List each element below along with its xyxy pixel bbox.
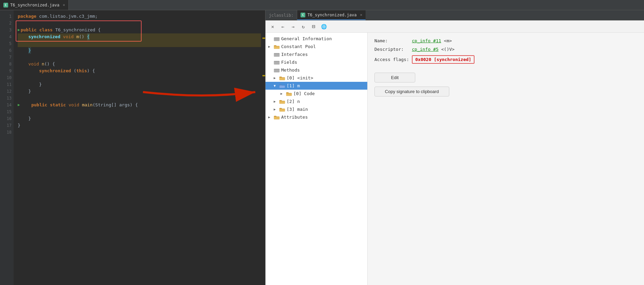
- jclasslib-tab-icon: C: [301, 13, 305, 17]
- folder-icon-code: [286, 91, 292, 96]
- right-panel: jclasslib: C T6_synchronized.java ✕ ✕ ← …: [265, 10, 644, 285]
- code-line-13: [18, 95, 261, 102]
- tree-label-main: [3] main: [287, 107, 308, 112]
- detail-descriptor-row: Descriptor: cp_info #5 <()V>: [374, 47, 637, 52]
- code-line-17: }: [18, 122, 261, 129]
- access-flags-value: 0x0020 [synchronized]: [415, 57, 471, 62]
- tree-label-m: [1] m: [287, 83, 300, 88]
- svg-rect-6: [274, 62, 279, 64]
- tree-item-init[interactable]: ▶ [0] <init>: [265, 74, 367, 82]
- jclasslib-tab-label: T6_synchronized.java: [307, 13, 357, 17]
- tree-label-methods: Methods: [281, 68, 300, 73]
- editor-tab-close[interactable]: ✕: [63, 3, 65, 7]
- access-flags-box: 0x0020 [synchronized]: [412, 55, 474, 64]
- folder-icon-constant-pool: [274, 44, 280, 49]
- code-line-16: }: [18, 115, 261, 122]
- folder-icon-n: [279, 99, 285, 104]
- code-line-3: ▶ public class T6_synchronized {: [18, 27, 261, 33]
- forward-button[interactable]: →: [289, 23, 297, 30]
- back-button[interactable]: ←: [279, 23, 287, 30]
- code-line-1: package com.listao.jvm.c3_jmm;: [18, 13, 261, 20]
- reload-button[interactable]: ↻: [300, 23, 307, 30]
- editor-pane: 12345 678910 1112131415 161718 package c…: [0, 10, 265, 285]
- tree-label-constant-pool: Constant Pool: [281, 44, 316, 49]
- tree-label-init: [0] <init>: [287, 75, 313, 80]
- svg-rect-8: [274, 70, 279, 72]
- detail-descriptor-link[interactable]: cp_info #5: [412, 47, 438, 52]
- tree-arrow-m: ▼: [274, 84, 279, 88]
- line-numbers: 12345 678910 1112131415 161718: [0, 10, 14, 285]
- file-icon-methods: [274, 68, 280, 73]
- jclasslib-pane: jclasslib: C T6_synchronized.java ✕ ✕ ← …: [265, 10, 644, 285]
- code-line-11: }: [18, 81, 261, 88]
- detail-name-row: Name: cp_info #11 <m>: [374, 38, 637, 43]
- svg-rect-4: [274, 54, 279, 57]
- jclasslib-label: jclasslib:: [265, 10, 297, 20]
- tree-label-n: [2] n: [287, 99, 300, 104]
- tree-label-fields: Fields: [281, 60, 297, 65]
- code-line-9: synchronized (this) {: [18, 68, 261, 74]
- code-content[interactable]: package com.listao.jvm.c3_jmm; ▶ public …: [14, 10, 265, 285]
- tree-arrow-attributes: ▶: [268, 115, 274, 119]
- globe-button[interactable]: 🌐: [320, 23, 327, 30]
- code-line-7: [18, 54, 261, 61]
- tree-item-n[interactable]: ▶ [2] n: [265, 97, 367, 105]
- folder-icon-init: [279, 76, 285, 80]
- code-line-10: [18, 74, 261, 81]
- code-line-2: [18, 20, 261, 27]
- tree-arrow-code: ▶: [280, 92, 286, 95]
- tree-item-m[interactable]: ▼ [1] m: [265, 82, 367, 90]
- scroll-marker-1: [262, 38, 265, 39]
- file-icon-general: [274, 36, 280, 41]
- main-area: 12345 678910 1112131415 161718 package c…: [0, 10, 644, 285]
- code-area[interactable]: 12345 678910 1112131415 161718 package c…: [0, 10, 265, 285]
- tree-item-constant-pool[interactable]: ▶ Constant Pool: [265, 43, 367, 50]
- code-line-18: [18, 129, 261, 136]
- tree-panel: General Information ▶ Constant Pool: [265, 33, 368, 285]
- detail-descriptor-value: <()V>: [441, 47, 454, 52]
- code-line-12: }: [18, 88, 261, 95]
- tree-item-general[interactable]: General Information: [265, 35, 367, 43]
- tree-arrow-main: ▶: [274, 107, 279, 111]
- tree-item-methods[interactable]: Methods: [265, 66, 367, 74]
- run-icon-3[interactable]: ▶: [18, 27, 20, 33]
- detail-name-link[interactable]: cp_info #11: [412, 38, 441, 43]
- save-button[interactable]: ⊟: [310, 23, 317, 30]
- detail-access-label: Access flags:: [374, 57, 412, 62]
- detail-descriptor-label: Descriptor:: [374, 47, 412, 52]
- tree-arrow-n: ▶: [274, 100, 279, 103]
- code-line-15: [18, 108, 261, 115]
- code-line-5: [18, 40, 261, 47]
- jclasslib-tab-bar: jclasslib: C T6_synchronized.java ✕: [265, 10, 644, 20]
- code-line-6: }: [18, 47, 261, 54]
- tree-item-interfaces[interactable]: Interfaces: [265, 50, 367, 58]
- file-icon-interfaces: [274, 52, 280, 57]
- editor-tab[interactable]: C T6_synchronized.java ✕: [0, 0, 69, 10]
- tree-arrow-constant-pool: ▶: [268, 45, 274, 48]
- folder-icon-attributes: [274, 115, 280, 120]
- folder-icon-main: [279, 107, 285, 112]
- code-line-4: synchronized void m() {: [18, 33, 261, 40]
- detail-name-value: <m>: [444, 38, 452, 43]
- tree-arrow-init: ▶: [274, 76, 279, 80]
- code-line-14: ▶ public static void main(String[] args)…: [18, 102, 261, 108]
- tree-item-attributes[interactable]: ▶ Attributes: [265, 113, 367, 121]
- spacer: [374, 67, 637, 73]
- edit-button[interactable]: Edit: [374, 73, 415, 82]
- close-button[interactable]: ✕: [269, 23, 276, 30]
- tree-label-general: General Information: [281, 36, 332, 41]
- svg-rect-2: [274, 38, 279, 41]
- tree-item-fields[interactable]: Fields: [265, 58, 367, 66]
- copy-signature-button[interactable]: Copy signature to clipboard: [374, 87, 449, 96]
- jclasslib-tab[interactable]: C T6_synchronized.java ✕: [297, 10, 366, 20]
- run-icon-14[interactable]: ▶: [18, 102, 20, 108]
- editor-tab-label: T6_synchronized.java: [10, 3, 60, 7]
- folder-icon-m: [279, 84, 285, 88]
- tree-item-main[interactable]: ▶ [3] main: [265, 105, 367, 113]
- scroll-marker-2: [262, 75, 265, 76]
- detail-access-row: Access flags: 0x0020 [synchronized]: [374, 55, 637, 64]
- code-line-8: void n() {: [18, 61, 261, 68]
- jclasslib-tab-close[interactable]: ✕: [360, 13, 363, 17]
- tree-label-code: [0] Code: [293, 91, 315, 96]
- tree-item-code[interactable]: ▶ [0] Code: [265, 90, 367, 97]
